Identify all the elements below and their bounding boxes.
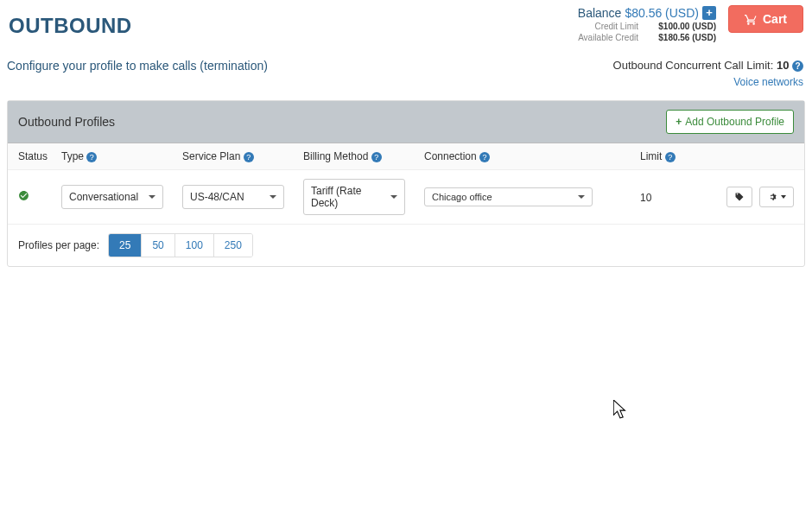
settings-button[interactable]	[759, 187, 794, 207]
plan-dropdown[interactable]: US-48/CAN	[182, 185, 284, 209]
cart-button[interactable]: Cart	[728, 5, 803, 33]
table-row: Conversational US-48/CAN Tariff (Rate De…	[8, 170, 804, 225]
col-plan: Service Plan	[182, 150, 240, 162]
col-type: Type	[61, 150, 84, 162]
page-size-25[interactable]: 25	[109, 234, 142, 257]
status-ok-icon	[18, 191, 29, 204]
chevron-down-icon	[149, 195, 155, 199]
page-title: OUTBOUND	[9, 5, 132, 38]
page-size-50[interactable]: 50	[142, 234, 174, 257]
pager-label: Profiles per page:	[18, 239, 99, 251]
limit-value: 10	[640, 192, 651, 204]
billing-dropdown[interactable]: Tariff (Rate Deck)	[303, 179, 405, 215]
voice-networks-link[interactable]: Voice networks	[733, 76, 803, 88]
connection-dropdown[interactable]: Chicago office	[424, 187, 593, 206]
cart-icon	[745, 13, 758, 26]
tag-button[interactable]	[726, 187, 752, 207]
configure-text: Configure your profile to make calls (te…	[7, 59, 268, 73]
call-limit-label: Outbound Concurrent Call Limit:	[613, 59, 777, 72]
available-credit-label: Available Credit	[578, 32, 638, 43]
col-connection: Connection	[424, 150, 477, 162]
billing-value: Tariff (Rate Deck)	[311, 185, 390, 209]
col-limit: Limit	[640, 150, 662, 162]
help-icon[interactable]: ?	[86, 152, 97, 162]
plus-icon: +	[676, 116, 682, 128]
chevron-down-icon	[270, 195, 276, 199]
outbound-profiles-panel: Outbound Profiles + Add Outbound Profile…	[7, 100, 805, 267]
chevron-down-icon	[781, 195, 786, 199]
help-icon[interactable]: ?	[371, 152, 382, 162]
help-icon[interactable]: ?	[479, 152, 490, 162]
tag-icon	[734, 192, 745, 202]
type-dropdown[interactable]: Conversational	[61, 185, 163, 209]
help-icon[interactable]: ?	[244, 152, 254, 162]
add-outbound-profile-button[interactable]: + Add Outbound Profile	[666, 110, 794, 134]
gear-icon	[767, 192, 777, 202]
panel-title: Outbound Profiles	[18, 115, 115, 129]
balance-value: $80.56 (USD)	[625, 5, 699, 21]
connection-value: Chicago office	[432, 192, 492, 202]
add-button-label: Add Outbound Profile	[685, 116, 784, 128]
type-value: Conversational	[69, 191, 138, 203]
balance-label: Balance	[578, 5, 622, 21]
table-header: Status Type ? Service Plan ? Billing Met…	[8, 143, 804, 170]
help-icon[interactable]: ?	[665, 152, 676, 162]
cursor-icon	[613, 400, 629, 419]
credit-limit-value: $100.00 (USD)	[647, 21, 716, 32]
chevron-down-icon	[578, 195, 585, 199]
pager: 25 50 100 250	[108, 233, 253, 257]
col-status: Status	[18, 150, 61, 162]
plus-icon[interactable]: +	[702, 6, 716, 20]
chevron-down-icon	[390, 195, 397, 199]
page-size-100[interactable]: 100	[175, 234, 214, 257]
credit-limit-label: Credit Limit	[578, 21, 638, 32]
available-credit-value: $180.56 (USD)	[647, 32, 716, 43]
plan-value: US-48/CAN	[190, 191, 244, 203]
help-icon[interactable]: ?	[792, 60, 803, 72]
page-size-250[interactable]: 250	[214, 234, 252, 257]
cart-label: Cart	[763, 12, 787, 26]
call-limit-value: 10	[777, 59, 789, 72]
col-billing: Billing Method	[303, 150, 368, 162]
